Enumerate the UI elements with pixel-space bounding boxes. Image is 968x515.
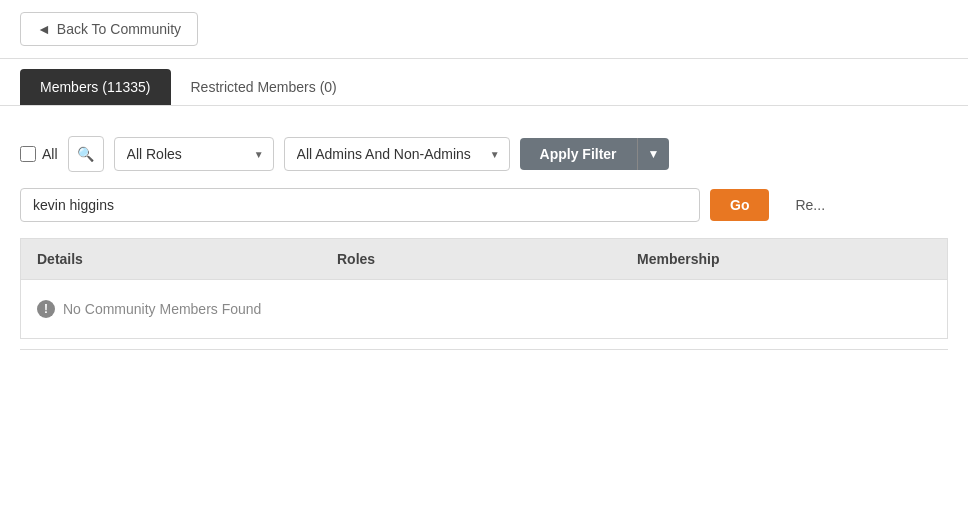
- tab-members[interactable]: Members (11335): [20, 69, 171, 105]
- top-bar: ◄ Back To Community: [0, 0, 968, 59]
- select-all-checkbox[interactable]: [20, 146, 36, 162]
- bottom-divider: [20, 349, 948, 350]
- column-header-extra: [821, 239, 947, 279]
- dropdown-arrow-icon: ▼: [648, 147, 660, 161]
- table-header: Details Roles Membership: [20, 238, 948, 279]
- content-area: All 🔍 All Roles Admin Member Moderator A…: [0, 106, 968, 370]
- empty-state-message: No Community Members Found: [63, 301, 261, 317]
- info-icon: !: [37, 300, 55, 318]
- tabs-bar: Members (11335) Restricted Members (0): [0, 59, 968, 106]
- tabs-container: Members (11335) Restricted Members (0): [20, 69, 948, 105]
- reset-button[interactable]: Re...: [779, 189, 841, 221]
- empty-state-row: ! No Community Members Found: [21, 280, 947, 338]
- go-button[interactable]: Go: [710, 189, 769, 221]
- search-row: Go Re...: [20, 188, 948, 222]
- admins-select-wrapper: All Admins And Non-Admins Admins Only No…: [284, 137, 510, 171]
- select-all-container: All: [20, 146, 58, 162]
- admins-select[interactable]: All Admins And Non-Admins Admins Only No…: [284, 137, 510, 171]
- apply-filter-group: Apply Filter ▼: [520, 138, 670, 170]
- search-icon: 🔍: [77, 146, 94, 162]
- table-body: ! No Community Members Found: [20, 279, 948, 339]
- roles-select[interactable]: All Roles Admin Member Moderator: [114, 137, 274, 171]
- column-header-roles: Roles: [321, 239, 621, 279]
- apply-filter-button[interactable]: Apply Filter: [520, 138, 637, 170]
- column-header-details: Details: [21, 239, 321, 279]
- back-to-community-button[interactable]: ◄ Back To Community: [20, 12, 198, 46]
- select-all-label[interactable]: All: [42, 146, 58, 162]
- back-icon: ◄: [37, 21, 51, 37]
- member-search-input[interactable]: [20, 188, 700, 222]
- back-button-label: Back To Community: [57, 21, 181, 37]
- column-header-membership: Membership: [621, 239, 821, 279]
- apply-filter-dropdown-button[interactable]: ▼: [637, 138, 670, 170]
- roles-select-wrapper: All Roles Admin Member Moderator: [114, 137, 274, 171]
- tab-restricted-members[interactable]: Restricted Members (0): [171, 69, 357, 105]
- filter-row: All 🔍 All Roles Admin Member Moderator A…: [20, 136, 948, 172]
- search-toggle-button[interactable]: 🔍: [68, 136, 104, 172]
